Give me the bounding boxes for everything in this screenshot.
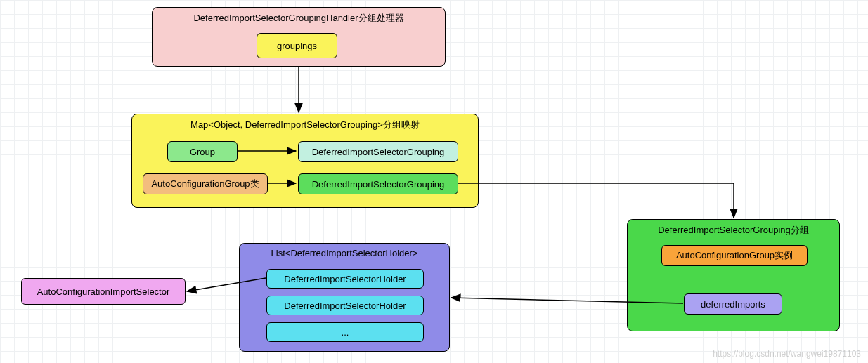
handler-container: DeferredImportSelectorGroupingHandler分组处…: [152, 7, 446, 67]
handler-title: DeferredImportSelectorGroupingHandler分组处…: [153, 12, 445, 25]
grouping-instance: AutoConfigurationGroup实例: [661, 245, 808, 266]
watermark: https://blog.csdn.net/wangwei19871103: [713, 349, 861, 359]
grouping-container: DeferredImportSelectorGrouping分组 AutoCon…: [627, 219, 840, 331]
list-item-3: ...: [266, 322, 424, 342]
groupings-box: groupings: [257, 33, 337, 58]
list-container: List<DeferredImportSelectorHolder> Defer…: [239, 243, 450, 352]
list-item-2: DeferredImportSelectorHolder: [266, 296, 424, 315]
map-title: Map<Object, DeferredImportSelectorGroupi…: [132, 119, 478, 131]
grouping-deferred: deferredImports: [684, 293, 782, 315]
map-group-val: DeferredImportSelectorGrouping: [298, 141, 458, 162]
map-auto-key: AutoConfigurationGroup类: [143, 173, 268, 194]
map-auto-val: DeferredImportSelectorGrouping: [298, 173, 458, 194]
list-title: List<DeferredImportSelectorHolder>: [240, 248, 449, 258]
map-group-key: Group: [167, 141, 238, 162]
selector-box: AutoConfigurationImportSelector: [21, 278, 186, 305]
list-item-1: DeferredImportSelectorHolder: [266, 269, 424, 289]
map-container: Map<Object, DeferredImportSelectorGroupi…: [131, 114, 479, 208]
grouping-title: DeferredImportSelectorGrouping分组: [628, 224, 839, 237]
